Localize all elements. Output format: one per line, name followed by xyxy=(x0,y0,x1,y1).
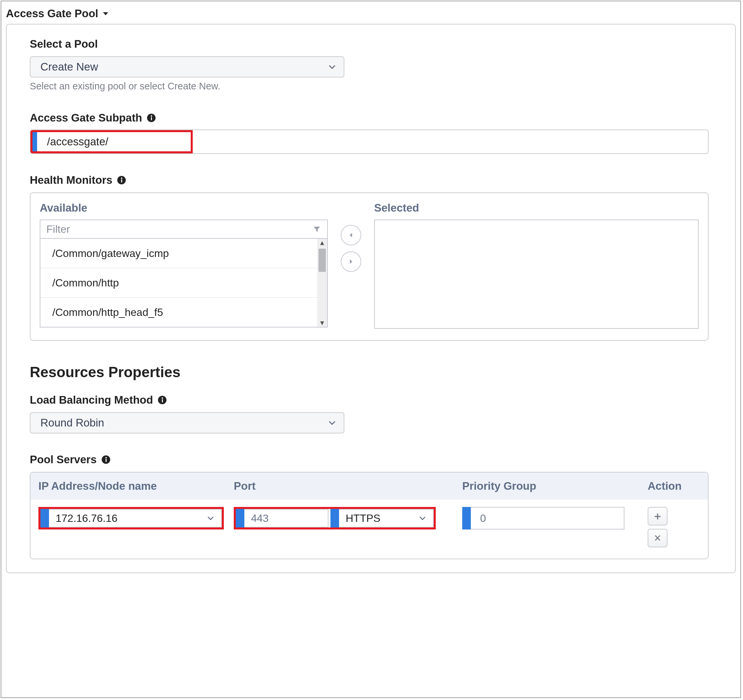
ip-value: 172.16.76.16 xyxy=(56,512,118,524)
section-title: Access Gate Pool xyxy=(6,7,98,20)
chevron-down-icon xyxy=(419,514,426,522)
svg-rect-4 xyxy=(121,179,122,182)
pool-select-helper: Select an existing pool or select Create… xyxy=(30,81,712,92)
priority-value: 0 xyxy=(480,512,486,524)
lbm-select[interactable]: Round Robin xyxy=(30,412,344,434)
health-monitors-label: Health Monitors xyxy=(30,174,712,186)
svg-rect-10 xyxy=(106,459,107,462)
scroll-up-icon[interactable]: ▲ xyxy=(319,239,326,247)
chevron-down-icon xyxy=(207,514,215,522)
hm-available-column: Available Filter /Common/gateway_icmp /C… xyxy=(40,202,328,327)
pool-select-value: Create New xyxy=(40,61,98,73)
section-body: Select a Pool Create New Select an exist… xyxy=(6,24,736,573)
pool-select[interactable]: Create New xyxy=(30,56,344,77)
list-item[interactable]: /Common/gateway_icmp xyxy=(40,239,327,268)
filter-icon xyxy=(312,225,321,234)
hm-filter-input[interactable]: Filter xyxy=(40,219,328,239)
hm-selected-label: Selected xyxy=(374,202,699,214)
highlight-box: 172.16.76.16 xyxy=(38,507,224,530)
scroll-thumb[interactable] xyxy=(318,249,326,272)
add-row-button[interactable]: ＋ xyxy=(648,507,668,525)
lbm-label-text: Load Balancing Method xyxy=(30,394,153,406)
info-icon[interactable] xyxy=(117,176,126,185)
required-indicator xyxy=(40,509,49,527)
highlight-box: 443 HTTPS xyxy=(234,507,436,530)
resources-heading: Resources Properties xyxy=(30,364,712,380)
hm-filter-placeholder: Filter xyxy=(46,223,70,235)
port-input[interactable]: 443 xyxy=(244,509,329,527)
subpath-label-text: Access Gate Subpath xyxy=(30,112,142,124)
highlight-box: /accessgate/ xyxy=(31,130,193,153)
scrollbar[interactable]: ▲ ▼ xyxy=(317,239,327,327)
pool-servers-label: Pool Servers xyxy=(30,453,712,466)
hm-selected-list[interactable] xyxy=(374,219,699,329)
health-monitors-box: Available Filter /Common/gateway_icmp /C… xyxy=(30,192,709,341)
form-panel: Access Gate Pool Select a Pool Create Ne… xyxy=(1,1,741,698)
section-toggle[interactable]: Access Gate Pool xyxy=(6,7,736,20)
required-indicator xyxy=(330,509,339,527)
subpath-value: /accessgate/ xyxy=(37,132,191,151)
list-item[interactable]: /Common/http_head_f5 xyxy=(40,298,327,327)
hm-transfer-controls xyxy=(338,225,364,272)
ip-input[interactable]: 172.16.76.16 xyxy=(49,509,222,527)
priority-input[interactable]: 0 xyxy=(471,507,625,530)
subpath-input[interactable]: /accessgate/ xyxy=(30,129,709,154)
col-action: Action xyxy=(648,480,700,492)
subpath-label: Access Gate Subpath xyxy=(30,112,712,124)
pool-servers-table: IP Address/Node name Port Priority Group… xyxy=(30,472,709,559)
info-icon[interactable] xyxy=(147,113,156,123)
svg-rect-7 xyxy=(162,400,163,402)
required-indicator xyxy=(236,509,244,527)
lbm-label: Load Balancing Method xyxy=(30,394,712,406)
svg-point-8 xyxy=(161,397,163,399)
scroll-down-icon[interactable]: ▼ xyxy=(319,319,326,327)
move-left-button[interactable] xyxy=(341,225,361,246)
info-icon[interactable] xyxy=(101,455,111,464)
list-item[interactable]: /Common/http xyxy=(40,268,327,298)
svg-rect-1 xyxy=(151,117,152,120)
remove-row-button[interactable]: × xyxy=(648,529,668,548)
col-port: Port xyxy=(234,480,462,492)
port-value: 443 xyxy=(251,512,268,524)
pool-select-label: Select a Pool xyxy=(30,38,712,50)
pool-servers-label-text: Pool Servers xyxy=(30,453,97,466)
port-proto-select[interactable]: HTTPS xyxy=(339,509,434,527)
health-monitors-label-text: Health Monitors xyxy=(30,174,112,186)
table-row: 172.16.76.16 xyxy=(31,500,708,559)
col-ip: IP Address/Node name xyxy=(38,480,234,492)
svg-point-11 xyxy=(105,457,107,458)
hm-available-label: Available xyxy=(40,202,328,214)
required-indicator xyxy=(462,507,471,530)
chevron-down-icon xyxy=(328,419,336,427)
info-icon[interactable] xyxy=(158,395,167,405)
hm-available-list: /Common/gateway_icmp /Common/http /Commo… xyxy=(40,239,328,327)
required-indicator xyxy=(33,132,37,151)
caret-down-icon xyxy=(102,10,110,18)
chevron-down-icon xyxy=(328,62,336,71)
col-priority: Priority Group xyxy=(462,480,648,492)
svg-point-2 xyxy=(151,115,152,117)
hm-selected-column: Selected xyxy=(374,202,699,329)
lbm-value: Round Robin xyxy=(40,417,104,429)
move-right-button[interactable] xyxy=(341,251,361,272)
svg-point-5 xyxy=(121,178,123,179)
port-proto-value: HTTPS xyxy=(346,512,380,524)
priority-input-wrap: 0 xyxy=(462,507,625,530)
table-header: IP Address/Node name Port Priority Group… xyxy=(31,472,708,500)
